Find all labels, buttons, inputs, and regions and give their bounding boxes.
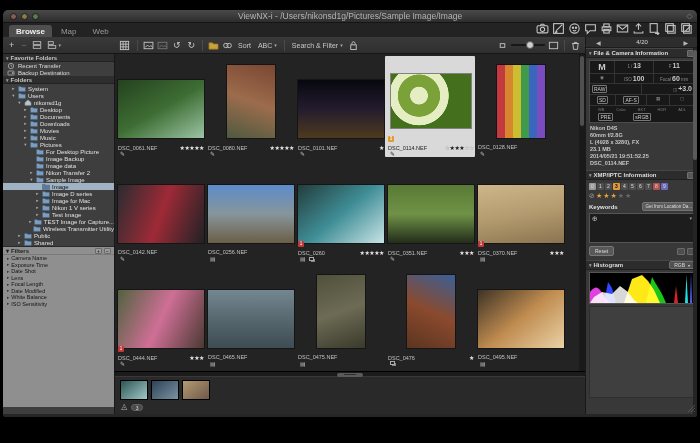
- tree-arrow-icon[interactable]: ▾: [29, 177, 34, 182]
- folder-y[interactable]: [208, 40, 219, 51]
- thumbnail-cell[interactable]: DSC_0080.NEF★★★★★✎: [207, 56, 295, 160]
- file-camera-header[interactable]: ▾File & Camera Information: [586, 48, 697, 58]
- photo-thumbnail[interactable]: [118, 185, 204, 243]
- thumbnail-large-icon[interactable]: [548, 40, 559, 51]
- filter-remove-button[interactable]: −: [104, 248, 111, 254]
- tree-item-sample-image[interactable]: ▾Sample Image: [3, 176, 114, 183]
- prev-image-button[interactable]: ◀: [596, 39, 601, 46]
- tree-item-image-backup[interactable]: Image Backup: [3, 155, 114, 162]
- label-button-8[interactable]: 8: [653, 183, 660, 190]
- tab-web[interactable]: Web: [85, 25, 115, 37]
- tree-arrow-icon[interactable]: ▸: [35, 198, 40, 203]
- get-location-button[interactable]: Get from Location Da...: [642, 202, 695, 211]
- tree-item-image-data[interactable]: Image data: [3, 162, 114, 169]
- filters-header[interactable]: ▾Filters+−: [3, 246, 114, 255]
- label-button-3[interactable]: 3: [613, 183, 620, 190]
- tree-arrow-icon[interactable]: ▾: [23, 142, 28, 147]
- star-rating[interactable]: ★★★★★: [180, 144, 204, 151]
- favorite-item[interactable]: Backup Destination: [3, 69, 114, 76]
- thumbnail-cell[interactable]: DSC_0142.NEF✎: [117, 161, 205, 265]
- photo-thumbnail[interactable]: [497, 65, 545, 138]
- chevron-down-icon[interactable]: ▾: [689, 215, 692, 221]
- filter-arrow-icon[interactable]: ▸: [7, 295, 9, 300]
- keywords-input[interactable]: ⊕ ▾: [589, 213, 695, 243]
- tree-item-system[interactable]: ▸System: [3, 85, 114, 92]
- thumbnail-cell[interactable]: DSC_0061.NEF★★★★★✎: [117, 56, 205, 160]
- photo-thumbnail[interactable]: [118, 80, 204, 138]
- thumbnail-cell[interactable]: 3DSC_0114.NEF☆★★★☆☆✎: [387, 56, 475, 160]
- undo-icon[interactable]: [677, 248, 685, 255]
- tree-arrow-icon[interactable]: ▾: [11, 93, 16, 98]
- tab-map[interactable]: Map: [54, 25, 84, 37]
- link[interactable]: [222, 40, 233, 51]
- tree-item-for-desktop-picture[interactable]: For Desktop Picture: [3, 148, 114, 155]
- tree-arrow-icon[interactable]: ▸: [23, 121, 28, 126]
- star-rating[interactable]: ☆★★★☆☆: [445, 144, 474, 151]
- tree-arrow-icon[interactable]: ▸: [35, 205, 40, 210]
- trash-button[interactable]: [570, 40, 581, 51]
- photo-thumbnail[interactable]: [407, 275, 455, 348]
- label-button-4[interactable]: 4: [621, 183, 628, 190]
- tree-item-movies[interactable]: ▸Movies: [3, 127, 114, 134]
- star-rating[interactable]: ★★★★★: [360, 249, 384, 256]
- favorites-header[interactable]: ▾Favorite Folders: [3, 54, 114, 62]
- tree-item-image-d-series[interactable]: ▸Image D series: [3, 190, 114, 197]
- panel-scrollbar-thumb[interactable]: [693, 50, 697, 160]
- copy-icon[interactable]: [663, 22, 677, 35]
- sort-button[interactable]: Sort: [236, 41, 253, 50]
- tree-arrow-icon[interactable]: ▸: [11, 86, 16, 91]
- rotate-left-button[interactable]: ↺: [171, 40, 183, 51]
- histogram-header[interactable]: ▾HistogramRGB▾: [586, 260, 697, 270]
- filmstrip-thumbnail[interactable]: [121, 381, 147, 399]
- label-button-9[interactable]: 9: [661, 183, 668, 190]
- clear-rating-icon[interactable]: ⊘: [589, 192, 595, 199]
- filter-arrow-icon[interactable]: ▸: [7, 269, 9, 274]
- camera-transfer-icon[interactable]: [535, 22, 549, 35]
- image[interactable]: [143, 40, 154, 51]
- rating-star[interactable]: ★: [625, 192, 631, 199]
- photo-thumbnail[interactable]: [317, 275, 365, 348]
- face-icon[interactable]: [567, 22, 581, 35]
- star-rating[interactable]: ★★★: [189, 354, 204, 361]
- tree-item-music[interactable]: ▸Music: [3, 134, 114, 141]
- tree-arrow-icon[interactable]: ▾: [17, 100, 22, 105]
- tree-item-documents[interactable]: ▸Documents: [3, 113, 114, 120]
- tree-item-downloads[interactable]: ▸Downloads: [3, 120, 114, 127]
- thumbnail-cell[interactable]: DSC_0476★: [387, 266, 475, 370]
- tree-arrow-icon[interactable]: ▸: [23, 107, 28, 112]
- thumbnail-cell[interactable]: 1DSC_0260★★★★★▤: [297, 161, 385, 265]
- thumbnail-cell[interactable]: DSC_0465.NEF▤: [207, 266, 295, 370]
- edit-icon[interactable]: [551, 22, 565, 35]
- photo-thumbnail[interactable]: [391, 74, 471, 128]
- grid-scrollbar-thumb[interactable]: [580, 56, 584, 126]
- upload-icon[interactable]: [631, 22, 645, 35]
- tree-item-users[interactable]: ▾Users: [3, 92, 114, 99]
- photo-thumbnail[interactable]: [298, 80, 384, 138]
- label-button-0[interactable]: 0: [589, 183, 596, 190]
- filmstrip-thumbnail[interactable]: [152, 381, 178, 399]
- filter-arrow-icon[interactable]: ▸: [7, 288, 9, 293]
- star-rating[interactable]: ★: [379, 144, 384, 151]
- thumbnail-cell[interactable]: DSC_0495.NEF▤: [477, 266, 565, 370]
- rating-star[interactable]: ★: [610, 192, 616, 199]
- tree-item-test-image-for-capture-[interactable]: ▸TEST Image for Capture...: [3, 218, 114, 225]
- copy-edit-icon[interactable]: [679, 22, 693, 35]
- thumbnail-small-icon[interactable]: [497, 40, 508, 51]
- tab-browse[interactable]: Browse: [9, 25, 52, 37]
- tree-item-public[interactable]: ▸Public: [3, 232, 114, 239]
- rating-star[interactable]: ★: [603, 192, 609, 199]
- add-keyword-icon[interactable]: ⊕: [592, 215, 598, 223]
- photo-thumbnail[interactable]: [227, 65, 275, 138]
- tree-item-nikon-1-v-series[interactable]: ▸Nikon 1 V series: [3, 204, 114, 211]
- filter-arrow-icon[interactable]: ▸: [7, 301, 9, 306]
- filter-arrow-icon[interactable]: ▸: [7, 275, 9, 280]
- thumbnail-cell[interactable]: DSC_0101.NEF★✎: [297, 56, 385, 160]
- star-rating[interactable]: ★★★: [459, 249, 474, 256]
- thumbnail-cell[interactable]: 1DSC_0370.NEF★★★▤: [477, 161, 565, 265]
- tree-item-wireless-transmitter-utility[interactable]: Wireless Transmitter Utility: [3, 225, 114, 232]
- folders-header[interactable]: ▾Folders: [3, 76, 114, 84]
- photo-thumbnail[interactable]: [208, 290, 294, 348]
- view-mode-button[interactable]: ▾: [117, 39, 132, 52]
- star-rating[interactable]: ★★★: [549, 249, 564, 256]
- tree-arrow-icon[interactable]: ▸: [35, 191, 40, 196]
